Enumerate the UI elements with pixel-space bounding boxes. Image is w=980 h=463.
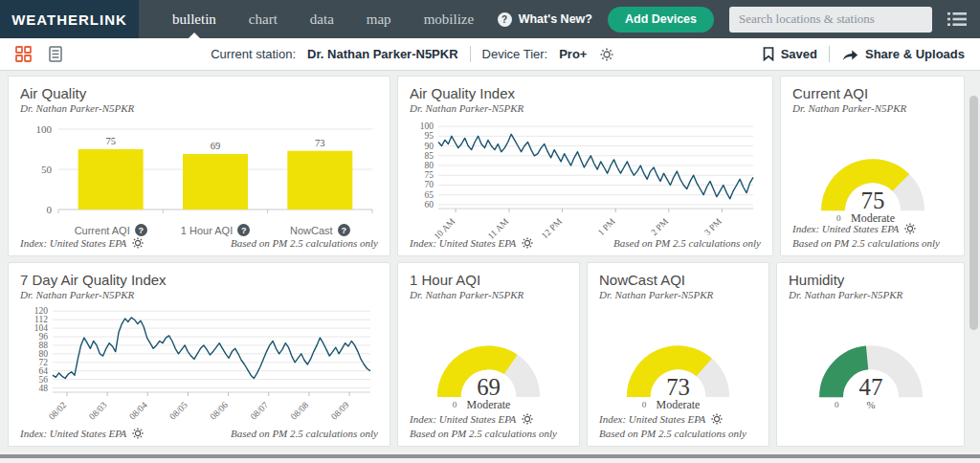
tab-bulletin[interactable]: bulletin: [156, 0, 233, 38]
svg-text:75: 75: [860, 187, 884, 213]
svg-text:2 PM: 2 PM: [649, 216, 670, 237]
svg-text:90: 90: [425, 142, 434, 151]
weatherlink-logo[interactable]: WEATHERLINK: [0, 0, 139, 38]
vertical-scrollbar: [968, 75, 979, 450]
bulletin-dashboard: Air Quality Dr. Nathan Parker-N5PKR 0501…: [0, 71, 980, 447]
svg-text:80: 80: [39, 349, 49, 359]
card-subtitle: Dr. Nathan Parker-N5PKR: [20, 102, 378, 114]
search-input[interactable]: [729, 7, 932, 33]
current-aqi-gauge: 75Moderate0: [793, 131, 952, 227]
svg-text:75: 75: [105, 136, 116, 146]
svg-text:08/03: 08/03: [87, 400, 109, 422]
help-icon[interactable]: ?: [135, 224, 147, 236]
share-icon: [841, 48, 858, 61]
card-subtitle: Dr. Nathan Parker-N5PKR: [599, 289, 757, 300]
aqi-7day-line-chart: 4856647280889610411212008/0208/0308/0408…: [20, 304, 380, 430]
card-subtitle: Dr. Nathan Parker-N5PKR: [789, 289, 952, 300]
share-uploads-button[interactable]: Share & Uploads: [841, 47, 965, 61]
index-footer-text: Index: United States EPA: [20, 237, 126, 249]
card-title: Air Quality Index: [410, 85, 761, 101]
index-settings-gear-icon[interactable]: [132, 428, 144, 439]
svg-text:0: 0: [836, 213, 841, 223]
svg-text:100: 100: [420, 121, 434, 131]
svg-text:96: 96: [39, 332, 49, 342]
question-icon: ?: [498, 12, 512, 27]
station-toolbar: Current station: Dr. Nathan Parker-N5PKR…: [0, 38, 980, 71]
pm25-footer-text: Based on PM 2.5 calculations only: [231, 428, 378, 439]
card-air-quality-index: Air Quality Index Dr. Nathan Parker-N5PK…: [397, 76, 773, 256]
svg-text:08/08: 08/08: [289, 400, 311, 422]
card-subtitle: Dr. Nathan Parker-N5PKR: [792, 102, 952, 114]
top-navbar: WEATHERLINK bulletin chart data map mobi…: [0, 0, 980, 38]
pm25-footer-text: Based on PM 2.5 calculations only: [410, 428, 557, 439]
svg-text:95: 95: [425, 131, 434, 141]
air-quality-bar-chart: 050100756973: [20, 118, 380, 223]
svg-text:85: 85: [425, 151, 434, 161]
index-settings-gear-icon[interactable]: [904, 223, 916, 234]
svg-text:112: 112: [34, 315, 48, 324]
card-1hour-aqi: 1 Hour AQI Dr. Nathan Parker-N5PKR 69Mod…: [397, 262, 580, 447]
card-air-quality: Air Quality Dr. Nathan Parker-N5PKR 0501…: [8, 76, 390, 256]
help-icon[interactable]: ?: [338, 224, 350, 236]
index-settings-gear-icon[interactable]: [711, 413, 723, 425]
svg-text:0: 0: [835, 400, 839, 409]
humidity-gauge: 47%0: [791, 318, 950, 413]
bar-chart-labels: Current AQI? 1 Hour AQI? NowCast?: [58, 224, 372, 236]
svg-text:Moderate: Moderate: [467, 398, 511, 411]
card-subtitle: Dr. Nathan Parker-N5PKR: [410, 102, 761, 114]
svg-text:65: 65: [425, 190, 434, 200]
card-title: Air Quality: [20, 85, 378, 101]
index-footer-text: Index: United States EPA: [410, 237, 516, 249]
tab-map[interactable]: map: [350, 0, 408, 38]
svg-text:08/05: 08/05: [167, 400, 189, 422]
list-view-icon[interactable]: [49, 46, 62, 62]
svg-text:88: 88: [39, 341, 49, 350]
card-title: Humidity: [789, 272, 952, 288]
svg-text:08/09: 08/09: [329, 400, 351, 422]
svg-text:50: 50: [41, 164, 53, 175]
help-icon[interactable]: ?: [237, 224, 250, 236]
card-current-aqi: Current AQI Dr. Nathan Parker-N5PKR 75Mo…: [780, 76, 965, 256]
svg-text:69: 69: [211, 141, 221, 151]
card-nowcast-aqi: NowCast AQI Dr. Nathan Parker-N5PKR 73Mo…: [587, 262, 769, 447]
tab-data[interactable]: data: [294, 0, 350, 38]
svg-text:120: 120: [34, 306, 49, 316]
svg-text:08/02: 08/02: [47, 400, 69, 422]
pm25-footer-text: Based on PM 2.5 calculations only: [599, 428, 746, 439]
svg-text:08/06: 08/06: [209, 400, 231, 422]
whats-new-label: What's New?: [519, 12, 592, 26]
whats-new-link[interactable]: ? What's New?: [498, 12, 592, 27]
svg-text:0: 0: [453, 400, 457, 409]
svg-text:104: 104: [34, 323, 49, 333]
saved-button[interactable]: Saved: [763, 47, 817, 61]
index-settings-gear-icon[interactable]: [522, 237, 533, 249]
svg-text:08/04: 08/04: [127, 400, 149, 422]
index-settings-gear-icon[interactable]: [522, 413, 533, 425]
svg-text:3 PM: 3 PM: [702, 216, 724, 237]
add-devices-button[interactable]: Add Devices: [608, 7, 714, 33]
one-hour-aqi-gauge: 69Moderate0: [410, 318, 568, 413]
index-footer-text: Index: United States EPA: [20, 428, 126, 439]
tab-chart[interactable]: chart: [233, 0, 294, 38]
divider: [470, 46, 471, 62]
svg-text:73: 73: [666, 374, 690, 400]
scrollbar-thumb[interactable]: [969, 96, 978, 330]
aqi-intraday-line-chart: 606570758085909510010 AM11 AM12 PM1 PM2 …: [410, 118, 763, 240]
svg-text:1 PM: 1 PM: [596, 216, 617, 237]
card-7day-aqi: 7 Day Air Quality Index Dr. Nathan Parke…: [8, 262, 390, 447]
grid-view-icon[interactable]: [15, 46, 32, 62]
device-tier-gear-icon[interactable]: [600, 48, 613, 61]
card-subtitle: Dr. Nathan Parker-N5PKR: [410, 289, 568, 300]
svg-text:08/07: 08/07: [249, 400, 271, 422]
index-settings-gear-icon[interactable]: [132, 237, 144, 249]
current-station-name[interactable]: Dr. Nathan Parker-N5PKR: [307, 47, 458, 61]
horizontal-scrollbar[interactable]: [0, 451, 980, 463]
list-menu-icon[interactable]: [947, 11, 967, 27]
svg-text:Moderate: Moderate: [657, 398, 701, 411]
svg-text:80: 80: [425, 161, 434, 170]
pm25-footer-text: Based on PM 2.5 calculations only: [231, 237, 378, 249]
current-station-label: Current station:: [211, 47, 296, 61]
tab-mobilize[interactable]: mobilize: [408, 0, 491, 38]
main-nav: bulletin chart data map mobilize: [156, 0, 490, 38]
pm25-footer-text: Based on PM 2.5 calculations only: [613, 237, 761, 249]
